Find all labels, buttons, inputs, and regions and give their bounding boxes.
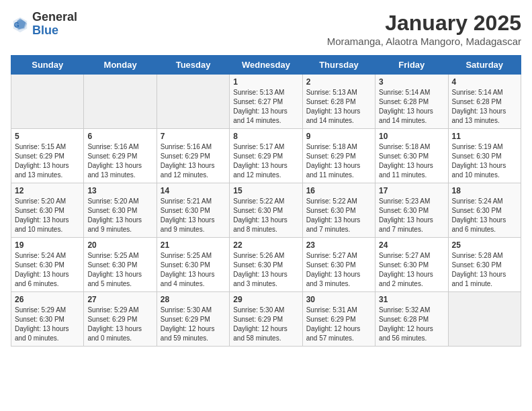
day-info: Sunrise: 5:18 AM Sunset: 6:30 PM Dayligh… — [379, 142, 444, 180]
calendar-cell: 6Sunrise: 5:16 AM Sunset: 6:29 PM Daylig… — [84, 129, 157, 183]
day-number: 16 — [306, 186, 371, 195]
weekday-header-thursday: Thursday — [302, 56, 375, 75]
day-number: 2 — [306, 77, 371, 87]
day-info: Sunrise: 5:14 AM Sunset: 6:28 PM Dayligh… — [379, 88, 444, 126]
weekday-header-wednesday: Wednesday — [230, 56, 302, 75]
logo-blue-text: Blue — [32, 24, 58, 37]
day-number: 30 — [306, 295, 371, 304]
day-info: Sunrise: 5:17 AM Sunset: 6:29 PM Dayligh… — [233, 142, 298, 180]
calendar-cell: 4Sunrise: 5:14 AM Sunset: 6:28 PM Daylig… — [448, 75, 521, 129]
calendar-cell: 13Sunrise: 5:20 AM Sunset: 6:30 PM Dayli… — [84, 183, 157, 238]
day-info: Sunrise: 5:27 AM Sunset: 6:30 PM Dayligh… — [379, 251, 444, 289]
calendar-cell: 19Sunrise: 5:24 AM Sunset: 6:30 PM Dayli… — [11, 238, 84, 292]
day-info: Sunrise: 5:29 AM Sunset: 6:29 PM Dayligh… — [87, 306, 152, 343]
day-number: 19 — [15, 240, 80, 250]
day-info: Sunrise: 5:30 AM Sunset: 6:29 PM Dayligh… — [233, 306, 298, 343]
day-info: Sunrise: 5:28 AM Sunset: 6:30 PM Dayligh… — [452, 251, 517, 289]
calendar-cell: 30Sunrise: 5:31 AM Sunset: 6:29 PM Dayli… — [302, 292, 375, 347]
day-info: Sunrise: 5:20 AM Sunset: 6:30 PM Dayligh… — [87, 197, 152, 234]
day-number: 3 — [379, 77, 444, 87]
calendar-cell: 3Sunrise: 5:14 AM Sunset: 6:28 PM Daylig… — [375, 75, 448, 129]
logo-icon: G — [11, 15, 30, 34]
weekday-header-monday: Monday — [84, 56, 157, 75]
logo: G General Blue — [11, 11, 77, 38]
day-info: Sunrise: 5:16 AM Sunset: 6:29 PM Dayligh… — [161, 142, 226, 180]
calendar-cell: 25Sunrise: 5:28 AM Sunset: 6:30 PM Dayli… — [448, 238, 521, 292]
weekday-header-friday: Friday — [375, 56, 448, 75]
calendar-table: SundayMondayTuesdayWednesdayThursdayFrid… — [11, 55, 521, 347]
calendar-cell: 26Sunrise: 5:29 AM Sunset: 6:30 PM Dayli… — [11, 292, 84, 347]
title-block: January 2025 Moramanga, Alaotra Mangoro,… — [327, 11, 521, 47]
calendar-cell: 22Sunrise: 5:26 AM Sunset: 6:30 PM Dayli… — [230, 238, 302, 292]
day-number: 4 — [452, 77, 517, 87]
day-number: 12 — [15, 186, 80, 195]
day-number: 5 — [15, 132, 80, 141]
week-row-2: 5Sunrise: 5:15 AM Sunset: 6:29 PM Daylig… — [11, 129, 521, 183]
day-info: Sunrise: 5:13 AM Sunset: 6:28 PM Dayligh… — [306, 88, 371, 126]
calendar-cell — [448, 292, 521, 347]
day-info: Sunrise: 5:22 AM Sunset: 6:30 PM Dayligh… — [306, 197, 371, 234]
day-info: Sunrise: 5:23 AM Sunset: 6:30 PM Dayligh… — [379, 197, 444, 234]
day-number: 14 — [161, 186, 226, 195]
day-info: Sunrise: 5:32 AM Sunset: 6:28 PM Dayligh… — [379, 306, 444, 343]
day-number: 15 — [233, 186, 298, 195]
week-row-3: 12Sunrise: 5:20 AM Sunset: 6:30 PM Dayli… — [11, 183, 521, 238]
day-info: Sunrise: 5:13 AM Sunset: 6:27 PM Dayligh… — [233, 88, 298, 126]
day-number: 17 — [379, 186, 444, 195]
calendar-cell: 20Sunrise: 5:25 AM Sunset: 6:30 PM Dayli… — [84, 238, 157, 292]
calendar-cell: 11Sunrise: 5:19 AM Sunset: 6:30 PM Dayli… — [448, 129, 521, 183]
day-number: 11 — [452, 132, 517, 141]
weekday-header-sunday: Sunday — [11, 56, 84, 75]
calendar-cell: 10Sunrise: 5:18 AM Sunset: 6:30 PM Dayli… — [375, 129, 448, 183]
day-info: Sunrise: 5:31 AM Sunset: 6:29 PM Dayligh… — [306, 306, 371, 343]
page-header: G General Blue January 2025 Moramanga, A… — [11, 11, 521, 47]
calendar-cell: 14Sunrise: 5:21 AM Sunset: 6:30 PM Dayli… — [157, 183, 229, 238]
day-info: Sunrise: 5:27 AM Sunset: 6:30 PM Dayligh… — [306, 251, 371, 289]
calendar-cell: 2Sunrise: 5:13 AM Sunset: 6:28 PM Daylig… — [302, 75, 375, 129]
svg-text:G: G — [14, 21, 19, 28]
day-info: Sunrise: 5:22 AM Sunset: 6:30 PM Dayligh… — [233, 197, 298, 234]
day-info: Sunrise: 5:18 AM Sunset: 6:29 PM Dayligh… — [306, 142, 371, 180]
calendar-cell: 29Sunrise: 5:30 AM Sunset: 6:29 PM Dayli… — [230, 292, 302, 347]
calendar-cell: 31Sunrise: 5:32 AM Sunset: 6:28 PM Dayli… — [375, 292, 448, 347]
day-number: 13 — [87, 186, 152, 195]
week-row-4: 19Sunrise: 5:24 AM Sunset: 6:30 PM Dayli… — [11, 238, 521, 292]
location-subtitle: Moramanga, Alaotra Mangoro, Madagascar — [327, 36, 521, 47]
day-number: 24 — [379, 240, 444, 250]
calendar-cell: 15Sunrise: 5:22 AM Sunset: 6:30 PM Dayli… — [230, 183, 302, 238]
logo-general-text: General — [32, 10, 77, 24]
calendar-cell: 12Sunrise: 5:20 AM Sunset: 6:30 PM Dayli… — [11, 183, 84, 238]
day-number: 22 — [233, 240, 298, 250]
day-info: Sunrise: 5:25 AM Sunset: 6:30 PM Dayligh… — [161, 251, 226, 289]
day-number: 20 — [87, 240, 152, 250]
day-number: 21 — [161, 240, 226, 250]
day-info: Sunrise: 5:20 AM Sunset: 6:30 PM Dayligh… — [15, 197, 80, 234]
day-info: Sunrise: 5:25 AM Sunset: 6:30 PM Dayligh… — [87, 251, 152, 289]
week-row-1: 1Sunrise: 5:13 AM Sunset: 6:27 PM Daylig… — [11, 75, 521, 129]
month-title: January 2025 — [327, 11, 521, 36]
calendar-cell — [157, 75, 229, 129]
calendar-cell: 5Sunrise: 5:15 AM Sunset: 6:29 PM Daylig… — [11, 129, 84, 183]
day-number: 18 — [452, 186, 517, 195]
day-number: 27 — [87, 295, 152, 304]
day-number: 23 — [306, 240, 371, 250]
calendar-cell: 27Sunrise: 5:29 AM Sunset: 6:29 PM Dayli… — [84, 292, 157, 347]
day-number: 1 — [233, 77, 298, 87]
day-info: Sunrise: 5:24 AM Sunset: 6:30 PM Dayligh… — [452, 197, 517, 234]
calendar-cell: 21Sunrise: 5:25 AM Sunset: 6:30 PM Dayli… — [157, 238, 229, 292]
day-number: 31 — [379, 295, 444, 304]
day-info: Sunrise: 5:26 AM Sunset: 6:30 PM Dayligh… — [233, 251, 298, 289]
calendar-cell: 1Sunrise: 5:13 AM Sunset: 6:27 PM Daylig… — [230, 75, 302, 129]
calendar-cell: 16Sunrise: 5:22 AM Sunset: 6:30 PM Dayli… — [302, 183, 375, 238]
day-info: Sunrise: 5:24 AM Sunset: 6:30 PM Dayligh… — [15, 251, 80, 289]
day-number: 9 — [306, 132, 371, 141]
day-number: 28 — [161, 295, 226, 304]
calendar-cell: 28Sunrise: 5:30 AM Sunset: 6:29 PM Dayli… — [157, 292, 229, 347]
day-info: Sunrise: 5:29 AM Sunset: 6:30 PM Dayligh… — [15, 306, 80, 343]
day-number: 8 — [233, 132, 298, 141]
calendar-cell: 17Sunrise: 5:23 AM Sunset: 6:30 PM Dayli… — [375, 183, 448, 238]
weekday-header-row: SundayMondayTuesdayWednesdayThursdayFrid… — [11, 56, 521, 75]
calendar-cell: 18Sunrise: 5:24 AM Sunset: 6:30 PM Dayli… — [448, 183, 521, 238]
calendar-cell: 23Sunrise: 5:27 AM Sunset: 6:30 PM Dayli… — [302, 238, 375, 292]
day-info: Sunrise: 5:21 AM Sunset: 6:30 PM Dayligh… — [161, 197, 226, 234]
